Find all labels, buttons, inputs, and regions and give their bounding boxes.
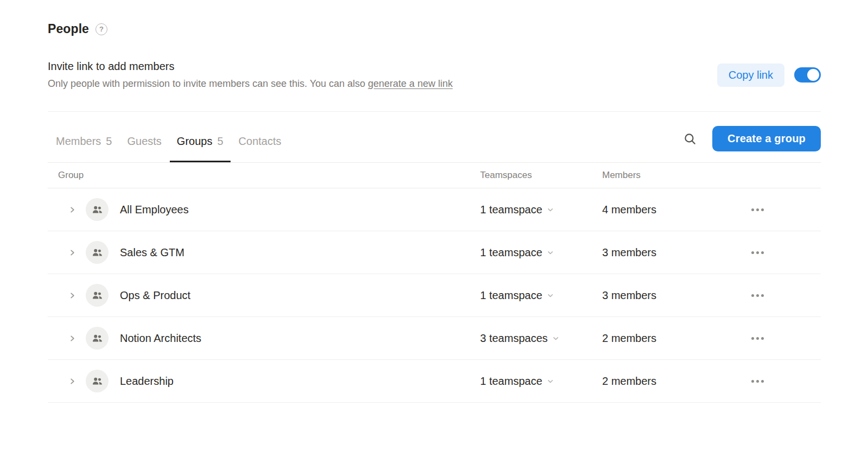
chevron-down-icon xyxy=(547,292,554,299)
tabs: Members 5 Guests Groups 5 Contacts xyxy=(49,112,289,162)
teamspaces-value: 1 teamspace xyxy=(480,375,542,388)
column-header-teamspaces: Teamspaces xyxy=(480,170,602,181)
chevron-down-icon xyxy=(547,206,554,213)
chevron-right-icon[interactable] xyxy=(68,291,76,300)
teamspaces-dropdown[interactable]: 3 teamspaces xyxy=(480,332,602,345)
invite-link-toggle[interactable] xyxy=(794,67,821,83)
group-row[interactable]: Ops & Product 1 teamspace 3 members xyxy=(48,274,821,317)
create-group-button[interactable]: Create a group xyxy=(712,126,821,151)
invite-link-actions: Copy link xyxy=(717,64,821,87)
actions-cell xyxy=(735,205,821,214)
tab-count: 5 xyxy=(106,135,112,148)
group-row[interactable]: Notion Architects 3 teamspaces 2 members xyxy=(48,317,821,360)
row-menu-button[interactable] xyxy=(750,205,765,214)
group-name: Ops & Product xyxy=(120,289,190,302)
group-cell: All Employees xyxy=(48,198,480,221)
tab-label: Contacts xyxy=(239,135,282,148)
actions-cell xyxy=(735,291,821,300)
group-name: Notion Architects xyxy=(120,332,201,345)
teamspaces-dropdown[interactable]: 1 teamspace xyxy=(480,375,602,388)
column-header-members: Members xyxy=(602,170,735,181)
teamspaces-value: 1 teamspace xyxy=(480,204,542,216)
teamspaces-dropdown[interactable]: 1 teamspace xyxy=(480,289,602,302)
group-row[interactable]: All Employees 1 teamspace 4 members xyxy=(48,188,821,231)
invite-link-description-text: Only people with permission to invite me… xyxy=(48,78,368,89)
group-cell: Notion Architects xyxy=(48,327,480,350)
group-row[interactable]: Sales & GTM 1 teamspace 3 members xyxy=(48,231,821,274)
members-count: 2 members xyxy=(602,375,735,388)
tabs-actions: Create a group xyxy=(683,126,821,151)
tab-groups[interactable]: Groups 5 xyxy=(170,112,231,162)
tab-label: Members xyxy=(56,135,101,148)
group-avatar xyxy=(86,284,108,307)
tab-members[interactable]: Members 5 xyxy=(49,112,119,162)
chevron-down-icon xyxy=(547,378,554,385)
group-row[interactable]: Leadership 1 teamspace 2 members xyxy=(48,360,821,403)
actions-cell xyxy=(735,334,821,343)
search-icon[interactable] xyxy=(683,132,697,146)
groups-table-body: All Employees 1 teamspace 4 members xyxy=(48,188,821,403)
chevron-down-icon xyxy=(552,335,559,342)
actions-cell xyxy=(735,248,821,257)
group-name: Sales & GTM xyxy=(120,246,184,259)
row-menu-button[interactable] xyxy=(750,334,765,343)
members-count: 3 members xyxy=(602,289,735,302)
group-avatar xyxy=(86,198,108,221)
invite-link-section: Invite link to add members Only people w… xyxy=(48,60,821,90)
invite-link-text-block: Invite link to add members Only people w… xyxy=(48,60,452,90)
invite-link-heading: Invite link to add members xyxy=(48,60,452,73)
members-count: 4 members xyxy=(602,204,735,216)
members-count: 3 members xyxy=(602,246,735,259)
toggle-knob xyxy=(807,69,819,81)
copy-link-button[interactable]: Copy link xyxy=(717,64,784,87)
teamspaces-value: 1 teamspace xyxy=(480,246,542,259)
generate-new-link[interactable]: generate a new link xyxy=(368,78,452,89)
tab-label: Groups xyxy=(177,135,213,148)
column-header-group: Group xyxy=(48,170,480,181)
row-menu-button[interactable] xyxy=(750,248,765,257)
group-avatar xyxy=(86,370,108,392)
teamspaces-dropdown[interactable]: 1 teamspace xyxy=(480,204,602,216)
tab-label: Guests xyxy=(127,135,161,148)
teamspaces-dropdown[interactable]: 1 teamspace xyxy=(480,246,602,259)
group-name: All Employees xyxy=(120,204,189,216)
members-count: 2 members xyxy=(602,332,735,345)
teamspaces-value: 3 teamspaces xyxy=(480,332,548,345)
chevron-right-icon[interactable] xyxy=(68,249,76,257)
row-menu-button[interactable] xyxy=(750,377,765,386)
chevron-down-icon xyxy=(547,249,554,256)
invite-link-description: Only people with permission to invite me… xyxy=(48,78,452,90)
group-cell: Ops & Product xyxy=(48,284,480,307)
group-cell: Sales & GTM xyxy=(48,241,480,264)
tabs-bar: Members 5 Guests Groups 5 Contacts Creat… xyxy=(48,112,821,163)
group-cell: Leadership xyxy=(48,370,480,392)
chevron-right-icon[interactable] xyxy=(68,377,76,385)
row-menu-button[interactable] xyxy=(750,291,765,300)
group-name: Leadership xyxy=(120,375,174,388)
tab-guests[interactable]: Guests xyxy=(120,112,168,162)
people-settings-page: People ? Invite link to add members Only… xyxy=(0,0,868,403)
tab-contacts[interactable]: Contacts xyxy=(232,112,289,162)
group-avatar xyxy=(86,327,108,350)
chevron-right-icon[interactable] xyxy=(68,334,76,343)
chevron-right-icon[interactable] xyxy=(68,206,76,214)
teamspaces-value: 1 teamspace xyxy=(480,289,542,302)
tab-count: 5 xyxy=(217,135,223,148)
groups-table-header: Group Teamspaces Members xyxy=(48,163,821,188)
group-avatar xyxy=(86,241,108,264)
help-icon[interactable]: ? xyxy=(95,23,107,35)
page-header: People ? xyxy=(48,22,821,36)
actions-cell xyxy=(735,377,821,386)
page-title: People xyxy=(48,22,89,36)
